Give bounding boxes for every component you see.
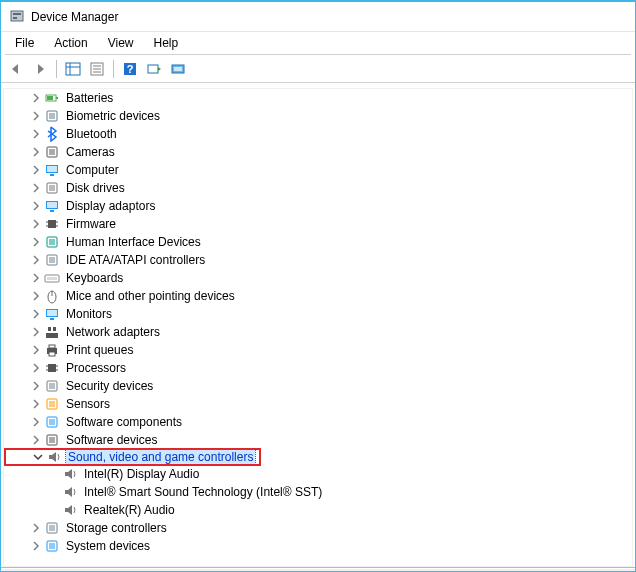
tree-item-system[interactable]: System devices — [4, 537, 632, 555]
tree-item-label: Processors — [64, 361, 128, 375]
tree-item-sensors[interactable]: Sensors — [4, 395, 632, 413]
tree-item-sound-c1[interactable]: Intel(R) Display Audio — [4, 465, 632, 483]
tree-item-swdev[interactable]: Software devices — [4, 431, 632, 449]
speaker-icon — [62, 466, 78, 482]
chevron-right-icon[interactable] — [30, 110, 42, 122]
sensor-icon — [44, 396, 60, 412]
network-icon — [44, 324, 60, 340]
tree-item-storage[interactable]: Storage controllers — [4, 519, 632, 537]
tree-item-sound-c2[interactable]: Intel® Smart Sound Technology (Intel® SS… — [4, 483, 632, 501]
svg-rect-14 — [174, 67, 182, 71]
tree-item-label: Realtek(R) Audio — [82, 503, 177, 517]
svg-rect-69 — [49, 543, 55, 549]
tree-item-label: Disk drives — [64, 181, 127, 195]
svg-rect-46 — [50, 318, 54, 320]
expander-none — [48, 468, 60, 480]
chevron-right-icon[interactable] — [30, 182, 42, 194]
chevron-right-icon[interactable] — [30, 272, 42, 284]
toolbar-help-button[interactable]: ? — [119, 58, 141, 80]
svg-rect-51 — [49, 345, 55, 348]
svg-rect-0 — [11, 11, 23, 21]
battery-icon — [44, 90, 60, 106]
keyboard-icon — [44, 270, 60, 286]
tree-item-mice[interactable]: Mice and other pointing devices — [4, 287, 632, 305]
chevron-right-icon[interactable] — [30, 434, 42, 446]
tree-item-computer[interactable]: Computer — [4, 161, 632, 179]
svg-rect-24 — [50, 174, 54, 176]
chevron-right-icon[interactable] — [30, 290, 42, 302]
chevron-right-icon[interactable] — [30, 416, 42, 428]
menu-view[interactable]: View — [98, 34, 144, 52]
tree-item-batteries[interactable]: Batteries — [4, 89, 632, 107]
swcomp-icon — [44, 414, 60, 430]
menu-help[interactable]: Help — [144, 34, 189, 52]
toolbar-scan-button[interactable] — [167, 58, 189, 80]
tree-item-biometric[interactable]: Biometric devices — [4, 107, 632, 125]
tree-item-keyboards[interactable]: Keyboards — [4, 269, 632, 287]
tree-item-sound[interactable]: Sound, video and game controllers — [4, 448, 261, 466]
tree-item-diskdrives[interactable]: Disk drives — [4, 179, 632, 197]
chevron-right-icon[interactable] — [30, 254, 42, 266]
app-icon — [9, 9, 25, 25]
chevron-right-icon[interactable] — [30, 326, 42, 338]
menu-action[interactable]: Action — [44, 34, 97, 52]
chevron-right-icon[interactable] — [30, 128, 42, 140]
tree-item-label: Security devices — [64, 379, 155, 393]
titlebar: Device Manager — [1, 2, 635, 32]
chevron-right-icon[interactable] — [30, 540, 42, 552]
tree-item-label: Batteries — [64, 91, 115, 105]
ide-icon — [44, 252, 60, 268]
svg-rect-53 — [48, 364, 56, 372]
tree-item-hid[interactable]: Human Interface Devices — [4, 233, 632, 251]
toolbar-back-button[interactable] — [5, 58, 27, 80]
tree-item-network[interactable]: Network adapters — [4, 323, 632, 341]
chevron-right-icon[interactable] — [30, 146, 42, 158]
tree-item-cameras[interactable]: Cameras — [4, 143, 632, 161]
tree-item-printq[interactable]: Print queues — [4, 341, 632, 359]
tree-item-bluetooth[interactable]: Bluetooth — [4, 125, 632, 143]
toolbar-update-button[interactable] — [143, 58, 165, 80]
chevron-right-icon[interactable] — [30, 380, 42, 392]
tree-item-firmware[interactable]: Firmware — [4, 215, 632, 233]
tree-item-label: Keyboards — [64, 271, 125, 285]
speaker-icon — [46, 449, 62, 465]
chevron-right-icon[interactable] — [30, 218, 42, 230]
tree-item-sound-c3[interactable]: Realtek(R) Audio — [4, 501, 632, 519]
tree-item-label: Storage controllers — [64, 521, 169, 535]
tree-item-label: Bluetooth — [64, 127, 119, 141]
chevron-right-icon[interactable] — [30, 362, 42, 374]
chevron-right-icon[interactable] — [30, 92, 42, 104]
svg-text:?: ? — [127, 63, 134, 75]
tree-item-label: Print queues — [64, 343, 135, 357]
svg-rect-17 — [47, 96, 53, 100]
device-tree[interactable]: BatteriesBiometric devicesBluetoothCamer… — [1, 83, 635, 567]
tree-item-swcomp[interactable]: Software components — [4, 413, 632, 431]
chevron-right-icon[interactable] — [30, 344, 42, 356]
chevron-right-icon[interactable] — [30, 200, 42, 212]
chevron-right-icon[interactable] — [30, 522, 42, 534]
tree-item-display[interactable]: Display adaptors — [4, 197, 632, 215]
statusbar — [1, 567, 635, 572]
computer-icon — [44, 162, 60, 178]
svg-rect-59 — [49, 383, 55, 389]
tree-item-label: Human Interface Devices — [64, 235, 203, 249]
chevron-right-icon[interactable] — [30, 236, 42, 248]
chevron-right-icon[interactable] — [30, 398, 42, 410]
camera-icon — [44, 144, 60, 160]
toolbar-properties-button[interactable] — [86, 58, 108, 80]
chevron-down-icon[interactable] — [32, 451, 44, 463]
menu-file[interactable]: File — [5, 34, 44, 52]
chevron-right-icon[interactable] — [30, 164, 42, 176]
tree-item-monitors[interactable]: Monitors — [4, 305, 632, 323]
svg-rect-63 — [49, 419, 55, 425]
swdev-icon — [44, 432, 60, 448]
toolbar-separator — [113, 60, 114, 78]
chevron-right-icon[interactable] — [30, 308, 42, 320]
svg-rect-23 — [47, 166, 57, 172]
toolbar-show-hidden-button[interactable] — [62, 58, 84, 80]
tree-item-security[interactable]: Security devices — [4, 377, 632, 395]
tree-item-processors[interactable]: Processors — [4, 359, 632, 377]
svg-rect-28 — [47, 202, 57, 208]
toolbar-forward-button[interactable] — [29, 58, 51, 80]
tree-item-ide[interactable]: IDE ATA/ATAPI controllers — [4, 251, 632, 269]
